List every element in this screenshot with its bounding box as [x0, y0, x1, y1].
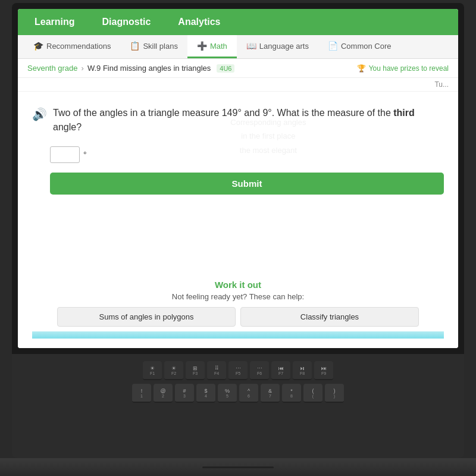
- math-icon: ➕: [197, 41, 207, 51]
- laptop-chassis: [0, 458, 476, 476]
- key-close-paren[interactable]: )): [325, 384, 344, 403]
- question-row: 🔊 Two of the angles in a triangle measur…: [32, 106, 444, 134]
- degree-symbol: °: [83, 150, 87, 159]
- key-f9[interactable]: ⏭F9: [314, 361, 333, 380]
- help-link-triangles[interactable]: Classify triangles: [240, 307, 419, 327]
- nav-analytics[interactable]: Analytics: [173, 11, 225, 33]
- tutor-button[interactable]: Tu...: [434, 80, 449, 89]
- submit-button[interactable]: Submit: [50, 173, 444, 195]
- key-f5[interactable]: ⋯F5: [228, 361, 248, 380]
- angle-input[interactable]: [50, 146, 80, 163]
- skill-plans-icon: 📋: [130, 41, 140, 51]
- answer-row: °: [50, 146, 444, 163]
- key-f3[interactable]: ⊞F3: [186, 361, 205, 380]
- key-7[interactable]: &7: [261, 384, 280, 403]
- work-it-out-title: Work it out: [32, 280, 444, 290]
- key-1[interactable]: !1: [132, 384, 151, 403]
- breadcrumb-bar: Seventh grade › W.9 Find missing angles …: [18, 59, 458, 78]
- key-6[interactable]: ^6: [239, 384, 258, 403]
- breadcrumb-grade[interactable]: Seventh grade: [27, 64, 78, 73]
- tutor-bar: Tu...: [18, 78, 458, 92]
- key-f1[interactable]: ☀F1: [143, 361, 162, 380]
- work-it-out-subtitle: Not feeling ready yet? These can help:: [32, 292, 444, 301]
- help-links: Sums of angles in polygons Classify tria…: [32, 307, 444, 327]
- help-link-sums[interactable]: Sums of angles in polygons: [57, 307, 236, 327]
- tab-language-arts[interactable]: 📖 Language arts: [237, 35, 318, 58]
- key-f7[interactable]: ⏮F7: [271, 361, 290, 380]
- speaker-icon[interactable]: 🔊: [32, 107, 47, 121]
- top-nav: Learning Diagnostic Analytics: [18, 9, 458, 35]
- fn-key-row: ☀F1 ☀F2 ⊞F3 ⠿F4 ⋯F5 ⋯F6 ⏮F7 ⏯F8 ⏭F9: [21, 361, 455, 380]
- key-f6[interactable]: ⋯F6: [250, 361, 269, 380]
- trackpad-notch: [202, 466, 274, 468]
- key-4[interactable]: $4: [196, 384, 215, 403]
- main-content: Corresponding angles in the first place …: [18, 92, 458, 348]
- breadcrumb-skill: W.9 Find missing angles in triangles: [87, 64, 211, 73]
- key-open-paren[interactable]: ((: [303, 384, 322, 403]
- common-core-icon: 📄: [328, 41, 338, 51]
- breadcrumb-left: Seventh grade › W.9 Find missing angles …: [27, 64, 234, 73]
- key-3[interactable]: #3: [175, 384, 194, 403]
- question-text: Two of the angles in a triangle measure …: [53, 106, 444, 134]
- breadcrumb-separator: ›: [82, 64, 84, 73]
- number-key-row: !1 @2 #3 $4 %5 ^6 &7 *8 (( )): [21, 384, 455, 403]
- keyboard: ☀F1 ☀F2 ⊞F3 ⠿F4 ⋯F5 ⋯F6 ⏮F7 ⏯F8 ⏭F9 !1 @…: [12, 354, 464, 458]
- breadcrumb-badge: 4U6: [217, 64, 234, 73]
- key-5[interactable]: %5: [218, 384, 237, 403]
- key-f8[interactable]: ⏯F8: [293, 361, 312, 380]
- trophy-icon: 🏆: [357, 64, 366, 73]
- tab-bar: 🎓 Recommendations 📋 Skill plans ➕ Math 📖…: [18, 35, 458, 59]
- tab-recommendations[interactable]: 🎓 Recommendations: [24, 35, 120, 58]
- tab-common-core[interactable]: 📄 Common Core: [318, 35, 401, 58]
- nav-diagnostic[interactable]: Diagnostic: [98, 11, 156, 33]
- work-it-out-section: Work it out Not feeling ready yet? These…: [32, 273, 444, 331]
- key-2[interactable]: @2: [154, 384, 173, 403]
- key-f4[interactable]: ⠿F4: [207, 361, 226, 380]
- key-f2[interactable]: ☀F2: [164, 361, 183, 380]
- nav-learning[interactable]: Learning: [30, 11, 80, 33]
- prizes-text[interactable]: 🏆 You have prizes to reveal: [357, 64, 449, 73]
- recommendations-icon: 🎓: [33, 41, 43, 51]
- bottom-gradient: [32, 331, 444, 339]
- key-8[interactable]: *8: [282, 384, 301, 403]
- tab-skill-plans[interactable]: 📋 Skill plans: [120, 35, 187, 58]
- tab-math[interactable]: ➕ Math: [187, 35, 237, 58]
- language-arts-icon: 📖: [246, 41, 256, 51]
